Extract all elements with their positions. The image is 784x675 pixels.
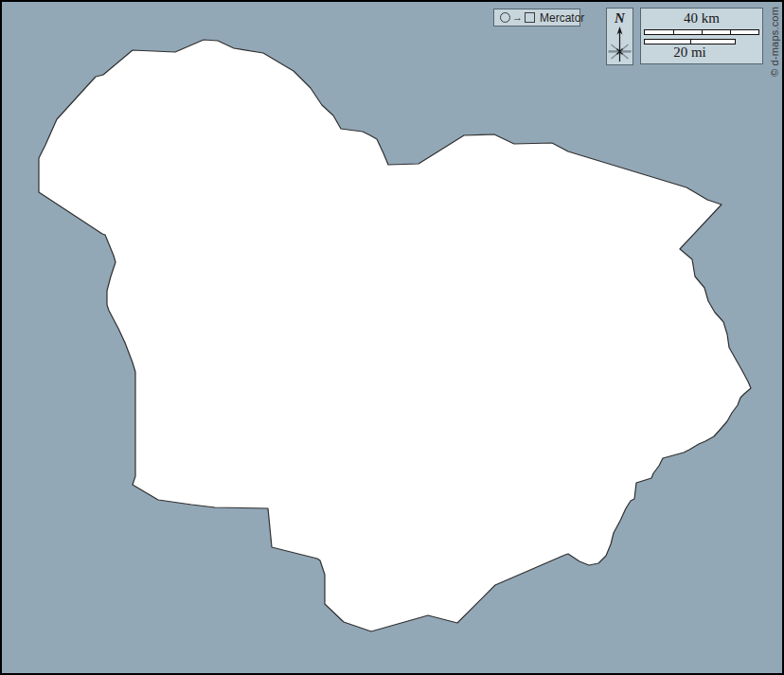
globe-circle-icon [500, 12, 510, 23]
scale-mi-label: 20 mi [644, 44, 736, 61]
scale-tick [690, 40, 691, 44]
projection-label: Mercator [540, 11, 584, 25]
map-region-outline [39, 40, 751, 631]
scale-box: 40 km 20 mi [640, 8, 763, 64]
map-region-svg [0, 0, 784, 675]
arrow-right-icon: → [512, 12, 523, 23]
projected-square-icon [525, 12, 535, 23]
scale-tick [702, 30, 703, 34]
north-label: N [607, 11, 633, 26]
scale-bar-km [644, 29, 759, 35]
projection-chip: → Mercator [493, 9, 580, 27]
scale-km-label: 40 km [641, 10, 762, 27]
compass-rose-icon [607, 26, 633, 63]
scale-tick [673, 30, 674, 34]
scale-tick [730, 30, 731, 34]
compass-box: N [606, 8, 633, 65]
copyright-text: © d-maps.com [769, 7, 780, 77]
map-page: → Mercator N 40 km 20 mi © d-maps.com [0, 0, 784, 675]
